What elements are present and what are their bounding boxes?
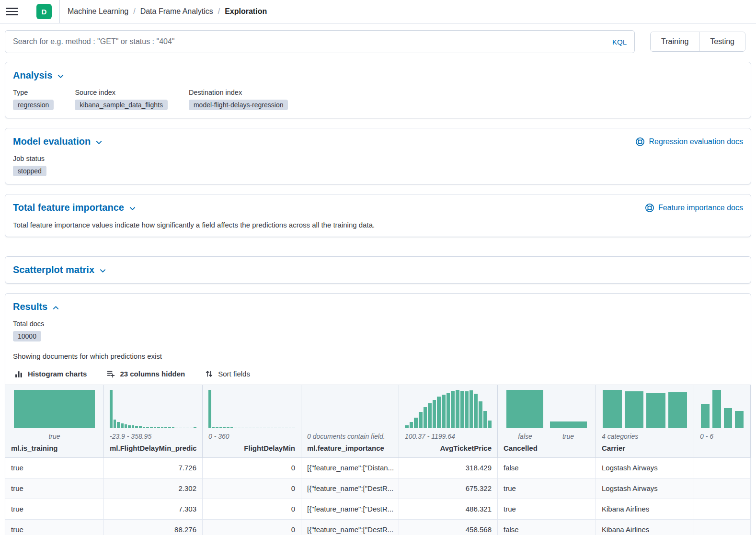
grid-cell[interactable]: [{"feature_name":["DestR...	[301, 478, 399, 499]
column-header[interactable]: 0 - 360FlightDelayMin	[203, 385, 301, 457]
grid-cell[interactable]: Kibana Airlines	[596, 520, 694, 535]
kql-button[interactable]: KQL	[607, 38, 627, 46]
histogram-bar	[132, 425, 135, 428]
grid-cell[interactable]: true	[5, 478, 104, 499]
histogram-bar	[230, 427, 233, 428]
grid-cell[interactable]: 0	[203, 499, 301, 519]
results-accordion-toggle[interactable]: Results	[13, 301, 59, 312]
histogram-bar	[121, 423, 124, 428]
grid-cell[interactable]: 2.302	[104, 478, 203, 499]
grid-cell[interactable]: true	[5, 499, 104, 519]
column-range-label: true	[11, 433, 98, 441]
analysis-title: Analysis	[13, 70, 52, 81]
grid-cell[interactable]: 486.321	[399, 499, 498, 519]
grid-cell[interactable]: [{"feature_name":["DestR...	[301, 520, 399, 535]
grid-cell[interactable]: Logstash Airways	[596, 458, 694, 478]
grid-cell[interactable]: true	[5, 458, 104, 478]
model-evaluation-accordion-toggle[interactable]: Model evaluation	[13, 136, 103, 147]
total-feature-importance-accordion-toggle[interactable]: Total feature importance	[13, 202, 136, 213]
sort-fields-button[interactable]: Sort fields	[205, 370, 250, 378]
menu-icon[interactable]	[6, 6, 18, 17]
histogram-bar	[186, 428, 189, 428]
histogram-bar	[735, 411, 744, 428]
histogram-charts-button[interactable]: Histogram charts	[15, 370, 87, 378]
grid-cell[interactable]: Kibana Airlines	[596, 499, 694, 519]
column-header[interactable]: 100.37 - 1199.64AvgTicketPrice	[399, 385, 498, 457]
breadcrumb-separator: /	[133, 7, 135, 16]
grid-cell[interactable]: 675.322	[399, 478, 498, 499]
breadcrumb-item[interactable]: Machine Learning	[68, 7, 128, 16]
breadcrumb-item: Exploration	[225, 7, 267, 16]
column-header[interactable]: 0 - 6	[694, 385, 751, 457]
histogram-bar	[143, 427, 146, 428]
histogram-bar	[483, 411, 487, 428]
grid-cell[interactable]: 0	[203, 478, 301, 499]
column-range-label: falsetrue	[504, 433, 590, 441]
sort-icon	[205, 370, 213, 378]
breadcrumb-item[interactable]: Data Frame Analytics	[140, 7, 213, 16]
range-label: true	[547, 433, 590, 441]
grid-cell[interactable]	[694, 520, 751, 535]
grid-cell[interactable]: [{"feature_name":["Distan...	[301, 458, 399, 478]
grid-cell[interactable]: false	[498, 520, 596, 535]
grid-cell[interactable]: [{"feature_name":["DestR...	[301, 499, 399, 519]
column-name[interactable]	[700, 444, 745, 453]
histogram-bar	[668, 392, 687, 428]
grid-cell[interactable]: 7.726	[104, 458, 203, 478]
histogram-bar	[146, 427, 149, 428]
grid-cell[interactable]: Logstash Airways	[596, 478, 694, 499]
search-row: KQL Training Testing	[0, 23, 756, 53]
grid-cell[interactable]: true	[498, 478, 596, 499]
column-name[interactable]: AvgTicketPrice	[405, 444, 492, 453]
testing-button[interactable]: Testing	[699, 32, 745, 51]
grid-cell[interactable]	[694, 458, 751, 478]
grid-cell[interactable]	[694, 499, 751, 519]
field-label: Destination index	[189, 89, 288, 96]
grid-cell[interactable]: 0	[203, 458, 301, 478]
analysis-panel: Analysis TyperegressionSource indexkiban…	[5, 62, 751, 118]
histogram-bar	[460, 391, 464, 428]
histogram-bar	[701, 404, 710, 428]
column-header[interactable]: 4 categoriesCarrier	[596, 385, 694, 457]
column-header[interactable]: -23.9 - 358.95ml.FlightDelayMin_predicti	[104, 385, 203, 457]
grid-cell[interactable]: true	[498, 499, 596, 519]
histogram-bar	[219, 427, 222, 428]
column-histogram	[110, 390, 196, 428]
scatterplot-matrix-accordion-toggle[interactable]: Scatterplot matrix	[13, 264, 106, 275]
column-name[interactable]: Carrier	[602, 444, 688, 453]
column-name[interactable]: ml.feature_importance	[307, 444, 393, 453]
grid-cell[interactable]: false	[498, 458, 596, 478]
grid-cell[interactable]: 7.303	[104, 499, 203, 519]
histogram-bar	[712, 390, 721, 428]
grid-cell[interactable]: 0	[203, 520, 301, 535]
histogram-bar	[456, 390, 459, 428]
grid-cell[interactable]: 88.276	[104, 520, 203, 535]
columns-hidden-button[interactable]: 23 columns hidden	[107, 370, 185, 378]
grid-cell[interactable]: true	[5, 520, 104, 535]
job-status-badge: stopped	[13, 166, 46, 176]
histogram-bar	[227, 427, 229, 428]
chevron-up-icon	[52, 304, 59, 311]
column-name[interactable]: Cancelled	[504, 444, 590, 453]
grid-cell[interactable]: 318.429	[399, 458, 498, 478]
column-header[interactable]: 0 documents contain field.ml.feature_imp…	[301, 385, 399, 457]
table-row: true88.2760[{"feature_name":["DestR...45…	[5, 520, 751, 535]
grid-cell[interactable]	[694, 478, 751, 499]
regression-evaluation-docs-link[interactable]: Regression evaluation docs	[635, 137, 743, 147]
column-name[interactable]: ml.FlightDelayMin_predicti	[110, 444, 196, 453]
histogram-bar	[292, 428, 295, 428]
column-header[interactable]: falsetrueCancelled	[498, 385, 596, 457]
space-avatar[interactable]: D	[36, 4, 52, 19]
column-header[interactable]: trueml.is_training	[5, 385, 104, 457]
results-subtitle: Showing documents for which predictions …	[13, 352, 743, 360]
results-title: Results	[13, 301, 47, 312]
grid-cell[interactable]: 458.568	[399, 520, 498, 535]
training-button[interactable]: Training	[651, 32, 699, 51]
column-name[interactable]: ml.is_training	[11, 444, 98, 453]
histogram-bar	[212, 427, 215, 428]
analysis-accordion-toggle[interactable]: Analysis	[13, 70, 64, 81]
grid-header: trueml.is_training-23.9 - 358.95ml.Fligh…	[5, 385, 751, 458]
column-name[interactable]: FlightDelayMin	[208, 444, 295, 453]
feature-importance-docs-link[interactable]: Feature importance docs	[645, 203, 743, 213]
search-input[interactable]	[13, 37, 607, 46]
